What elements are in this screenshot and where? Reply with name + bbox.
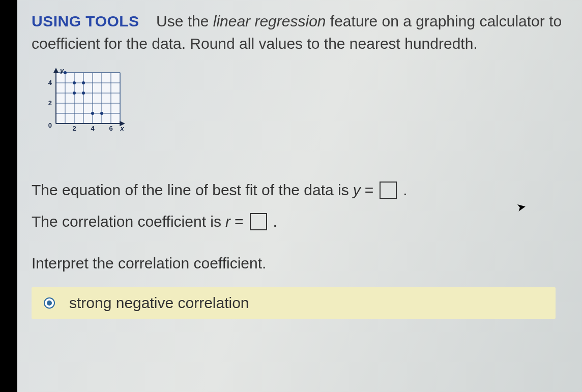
question-line-1: The equation of the line of best fit of … <box>32 182 582 199</box>
radio-selected-icon[interactable] <box>44 297 55 309</box>
page: USING TOOLS Use the linear regression fe… <box>0 0 582 392</box>
scatter-chart: 0 2 4 6 2 4 x y <box>41 68 582 136</box>
chart-svg: 0 2 4 6 2 4 x y <box>41 68 127 134</box>
xlabel: x <box>120 125 124 132</box>
data-point <box>82 92 85 95</box>
data-point <box>73 81 76 84</box>
question-line-2: The correlation coefficient is r = . <box>32 213 582 230</box>
tick-x0: 0 <box>48 122 52 129</box>
data-point <box>64 71 67 74</box>
heading-line2: coefficient for the data. Round all valu… <box>32 35 478 52</box>
q2-text: The correlation coefficient is <box>32 213 221 230</box>
svg-marker-16 <box>54 69 58 73</box>
answer-option-row[interactable]: strong negative correlation <box>32 287 556 319</box>
q2-var: r <box>225 213 230 230</box>
tick-x2: 2 <box>72 125 76 132</box>
heading-text-post: feature on a graphing calculator to <box>326 13 562 29</box>
q1-var: y <box>353 182 361 199</box>
q2-eq: = <box>235 213 244 230</box>
ylabel: y <box>60 68 64 74</box>
data-point <box>82 81 85 84</box>
interpret-prompt: Interpret the correlation coefficient. <box>32 255 582 272</box>
svg-rect-0 <box>56 73 120 124</box>
cursor-icon: ➤ <box>516 200 527 215</box>
q1-eq: = <box>365 182 374 199</box>
heading-label: USING TOOLS <box>32 13 139 29</box>
data-point <box>91 112 94 115</box>
tick-y4: 4 <box>48 79 52 86</box>
tick-y2: 2 <box>48 99 52 107</box>
left-margin-bar <box>0 0 17 392</box>
problem-heading: USING TOOLS Use the linear regression fe… <box>32 10 582 54</box>
tick-x4: 4 <box>91 125 95 132</box>
data-point <box>100 112 103 115</box>
tick-x6: 6 <box>109 125 112 132</box>
option-label: strong negative correlation <box>69 294 249 312</box>
answer-box-r[interactable] <box>250 213 267 230</box>
data-point <box>73 92 76 95</box>
q2-period: . <box>273 213 277 230</box>
q1-text: The equation of the line of best fit of … <box>32 182 349 199</box>
radio-dot-icon <box>47 300 52 306</box>
heading-text-pre: Use the <box>156 13 213 29</box>
heading-italic: linear regression <box>213 13 326 29</box>
q1-period: . <box>403 182 407 199</box>
answer-box-y[interactable] <box>380 182 397 199</box>
